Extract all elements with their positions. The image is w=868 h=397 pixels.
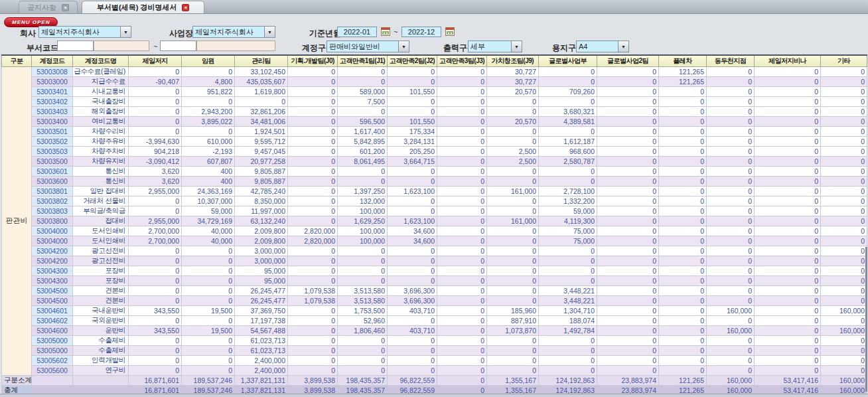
value-cell: 403,710 — [388, 325, 437, 335]
table-row[interactable]: 53004601국내운반비343,55019,50037,369,75001,7… — [2, 305, 867, 315]
account-name-cell: 견본비 — [73, 295, 129, 305]
subtotal-row[interactable]: 53003500차량유지비-3,090,412607,80720,977,258… — [2, 156, 867, 166]
value-cell: 0 — [129, 86, 182, 96]
account-code-cell: 53004500 — [32, 285, 73, 295]
value-cell: 0 — [821, 335, 867, 345]
table-row[interactable]: 53004500견본비0026,245,4771,079,5383,513,58… — [2, 285, 867, 295]
close-icon[interactable]: × — [182, 4, 189, 11]
table-row[interactable]: 53004000도서인쇄비2,700,00040,0002,009,8002,8… — [2, 226, 867, 236]
subtotal-row[interactable]: 53004200광고선전비003,000,00000000000000 — [2, 256, 867, 266]
subtotal-row[interactable]: 53004000도서인쇄비2,700,00040,0002,009,8002,8… — [2, 236, 867, 246]
table-row[interactable]: 53003601통신비3,6204009,805,88700000000000 — [2, 166, 867, 176]
table-row[interactable]: 53003801일반 접대비2,955,00024,363,16942,785,… — [2, 186, 867, 196]
subtotal-row[interactable]: 53003600통신비3,6204009,805,88700000000000 — [2, 176, 867, 186]
table-row[interactable]: 53003401시내교통비0951,8221,619,8000589,00010… — [2, 86, 867, 96]
dept-code-from-name[interactable] — [94, 40, 149, 51]
chevron-down-icon[interactable]: ▼ — [264, 27, 275, 37]
value-cell: 0 — [437, 186, 487, 196]
value-cell: 0 — [288, 156, 338, 166]
table-row[interactable]: 판관비53003008급수수료(클레임)0033,102,450000030,7… — [2, 66, 867, 76]
subtotal-row[interactable]: 53004300포장비0095,00000000000000 — [2, 276, 867, 285]
value-cell: 40,000 — [182, 226, 235, 236]
value-cell: 0 — [539, 365, 597, 375]
dept-code-from-input[interactable] — [57, 40, 94, 51]
period-from-input[interactable]: 2022-01 — [337, 27, 377, 37]
subtotal-row[interactable]: 53003400여비교통비03,895,02234,481,0060596,50… — [2, 116, 867, 126]
value-cell: 0 — [755, 335, 821, 345]
value-cell: 0 — [821, 295, 867, 305]
value-cell: 0 — [821, 355, 867, 365]
subtotal-row[interactable]: 53003800접대비2,955,00034,729,16963,132,240… — [2, 216, 867, 226]
value-cell: 161,000 — [487, 186, 539, 196]
value-cell: 0 — [597, 176, 659, 186]
table-row[interactable]: 53004602국외운반비0017,197,738052,96000887,91… — [2, 315, 867, 325]
subtotal-row[interactable]: 53005600연구비002,400,00000000000000 — [2, 365, 867, 375]
subtotal-footer-row[interactable]: 구분소계16,871,601189,537,2461,337,821,1313,… — [2, 375, 867, 385]
calendar-icon[interactable] — [445, 27, 455, 36]
workplace-select[interactable]: 제일저지주식회사 ▼ — [192, 26, 275, 38]
period-to-input[interactable]: 2022-12 — [401, 27, 441, 37]
table-row[interactable]: 53003501차량수리비001,924,50101,617,400175,33… — [2, 126, 867, 136]
value-cell: 0 — [288, 66, 338, 76]
tab-expense-report[interactable]: 부서별(세목) 경비명세서 × — [82, 1, 204, 13]
value-cell: 0 — [338, 106, 388, 116]
table-row[interactable]: 53003402국내출장비00007,500000000000 — [2, 96, 867, 106]
column-header-5: 관리팀 — [235, 55, 288, 66]
table-row[interactable]: 53004200광고선전비003,000,00000000000000 — [2, 246, 867, 256]
value-cell: 2,400,000 — [235, 365, 288, 375]
value-cell: 0 — [707, 226, 755, 236]
value-cell: 1,079,538 — [288, 295, 338, 305]
dept-code-to-name[interactable] — [196, 40, 275, 51]
value-cell: 0 — [821, 196, 867, 206]
calendar-icon[interactable] — [381, 27, 390, 36]
table-row[interactable]: 53003802거래처 선물비010,307,0008,350,0000132,… — [2, 196, 867, 206]
vertical-scrollbar[interactable] — [865, 247, 867, 392]
subtotal-row[interactable]: 53003000지급수수료-90,4074,800435,035,6070000… — [2, 76, 867, 86]
account-name-cell: 차량수리비 — [73, 126, 129, 136]
table-row[interactable]: 53003502차량주유비-3,994,630610,0009,595,7120… — [2, 136, 867, 146]
account-name-cell: 국내출장비 — [73, 96, 129, 106]
value-cell: 0 — [707, 206, 755, 216]
table-row[interactable]: 53003403해외출장비02,943,20032,861,206000003,… — [2, 106, 867, 116]
value-cell: 0 — [338, 76, 388, 86]
dept-code-to-input[interactable] — [160, 40, 196, 51]
value-cell: 0 — [597, 325, 659, 335]
value-cell: 0 — [659, 86, 707, 96]
table-row[interactable]: 53003803부의금/축의금059,00011,997,0000100,000… — [2, 206, 867, 216]
table-row[interactable]: 53003503차량주차비904,218-2,1939,457,0450601,… — [2, 146, 867, 156]
table-row[interactable]: 53004300포장비0095,00000000000000 — [2, 266, 867, 276]
account-type-select[interactable]: 판매비와일반비 ▼ — [326, 40, 409, 52]
group-cell: 판관비 — [2, 66, 32, 375]
value-cell: 63,132,240 — [235, 216, 288, 226]
value-cell: 0 — [707, 146, 755, 156]
value-cell: 1,619,800 — [235, 86, 288, 96]
value-cell: 0 — [707, 186, 755, 196]
chevron-down-icon[interactable]: ▼ — [618, 41, 628, 52]
value-cell: 160,000 — [707, 305, 755, 315]
chevron-down-icon[interactable]: ▼ — [511, 41, 522, 52]
output-type-select[interactable]: 세부 ▼ — [468, 40, 522, 52]
account-code-cell: 53004200 — [32, 246, 73, 256]
table-row[interactable]: 53005602인력개발비002,400,00000000000000 — [2, 355, 867, 365]
value-cell: 0 — [707, 335, 755, 345]
close-icon[interactable]: × — [62, 4, 69, 11]
value-cell: 610,000 — [182, 136, 235, 146]
value-cell: 0 — [487, 206, 539, 216]
value-cell: 0 — [755, 365, 821, 375]
tab-notice[interactable]: 공지사항 × — [19, 1, 78, 13]
company-select[interactable]: 제일저지주식회사 ▼ — [38, 26, 131, 38]
value-cell: 2,728,100 — [539, 186, 597, 196]
value-cell: 0 — [487, 176, 539, 186]
value-cell: 0 — [821, 206, 867, 216]
subtotal-row[interactable]: 53004500견본비0026,245,4771,079,5383,513,58… — [2, 295, 867, 305]
chevron-down-icon[interactable]: ▼ — [120, 27, 131, 37]
account-name-cell: 도서인쇄비 — [73, 236, 129, 246]
subtotal-row[interactable]: 53005000수출제비0061,023,71300000000000 — [2, 345, 867, 355]
value-cell: 0 — [755, 216, 821, 226]
paper-type-select[interactable]: A4 ▼ — [576, 40, 629, 52]
table-row[interactable]: 53005000수출제비0061,023,71300000000000 — [2, 335, 867, 345]
value-cell: 0 — [821, 126, 867, 136]
chevron-down-icon[interactable]: ▼ — [398, 41, 409, 52]
value-cell: 95,000 — [235, 276, 288, 285]
subtotal-row[interactable]: 53004600운반비343,55019,50054,567,48801,806… — [2, 325, 867, 335]
